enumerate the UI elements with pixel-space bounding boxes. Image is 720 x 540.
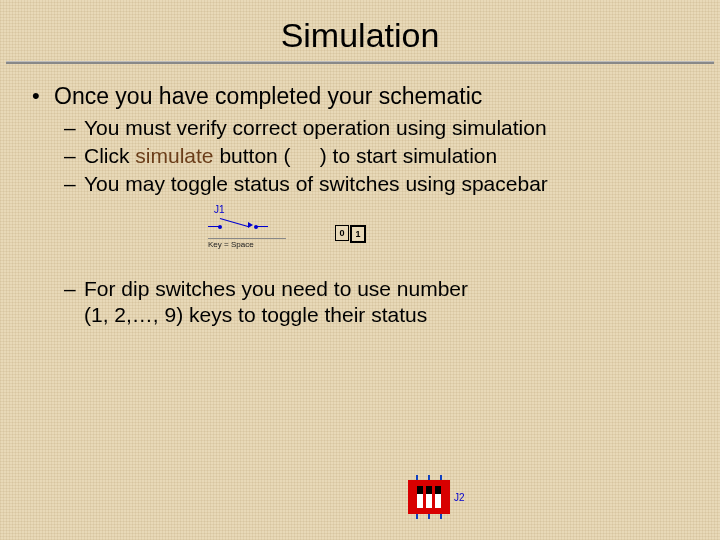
switch-caption: Key = Space (208, 238, 286, 250)
bullet-text: (1, 2,…, 9) keys to toggle their status (84, 303, 427, 326)
dip-switch-icon (408, 480, 450, 514)
bullet-text: For dip switches you need to use number (84, 277, 468, 300)
bullet-level2: Click simulate button ( ) to start simul… (28, 143, 692, 169)
dip-switch-figure: J2 (408, 480, 465, 514)
dip-switch-label: J2 (454, 492, 465, 503)
bullet-text: You may toggle status of switches using … (84, 172, 548, 195)
bullet-level2: You must verify correct operation using … (28, 115, 692, 141)
sim-icon-zero: 0 (335, 225, 349, 241)
switch-figure: J1 Key = Space (208, 204, 286, 251)
bullet-level1: Once you have completed your schematic (28, 82, 692, 111)
simulate-toggle-icon: 0 1 (335, 225, 366, 243)
bullet-text: Click (84, 144, 135, 167)
bullet-text: You must verify correct operation using … (84, 116, 547, 139)
switch-label: J1 (214, 204, 286, 217)
sim-icon-one: 1 (350, 225, 366, 243)
bullet-text: Once you have completed your schematic (54, 83, 482, 109)
bullet-level2: For dip switches you need to use number … (28, 276, 692, 329)
keyword-simulate: simulate (135, 144, 213, 167)
bullet-level2: You may toggle status of switches using … (28, 171, 692, 197)
bullet-text: button ( (214, 144, 291, 167)
bullet-text: ) to start simulation (320, 144, 497, 167)
slide-body: Once you have completed your schematic Y… (0, 64, 720, 329)
slide: Simulation Once you have completed your … (0, 0, 720, 540)
slide-title: Simulation (0, 0, 720, 61)
switch-schematic-icon (208, 216, 286, 238)
